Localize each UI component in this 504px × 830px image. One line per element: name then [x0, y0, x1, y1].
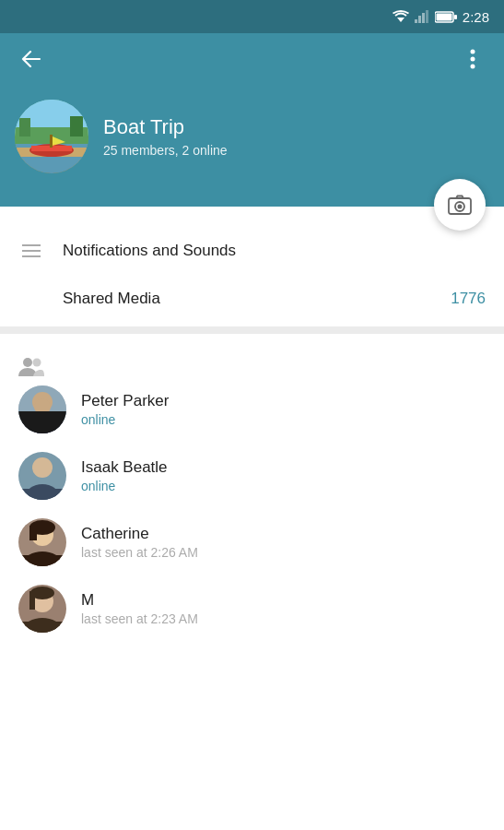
svg-rect-37	[29, 526, 37, 540]
camera-fab-button[interactable]	[434, 179, 486, 231]
svg-point-8	[471, 50, 475, 54]
group-avatar	[15, 100, 88, 173]
svg-marker-0	[397, 18, 404, 22]
member-item-peter[interactable]: Peter Parker online	[0, 376, 504, 443]
status-icons: 2:28	[393, 9, 489, 25]
member-avatar-peter	[18, 385, 66, 433]
group-name: Boat Trip	[103, 115, 228, 139]
svg-point-27	[32, 392, 53, 412]
member-avatar-m	[18, 585, 66, 633]
svg-point-10	[471, 65, 475, 69]
notifications-label: Notifications and Sounds	[63, 242, 486, 260]
svg-point-24	[23, 358, 32, 367]
svg-point-28	[26, 417, 59, 433]
svg-rect-2	[418, 16, 421, 23]
status-bar: 2:28	[0, 0, 504, 33]
battery-icon	[435, 11, 457, 23]
toolbar	[0, 33, 504, 85]
member-name-peter: Peter Parker	[81, 392, 486, 410]
member-item-m[interactable]: M last seen at 2:23 AM	[0, 575, 504, 642]
section-divider	[0, 326, 504, 334]
svg-point-9	[471, 57, 475, 62]
group-meta: 25 members, 2 online	[103, 143, 228, 158]
svg-rect-29	[18, 422, 66, 433]
group-avatar-image	[15, 100, 88, 173]
group-info: Boat Trip 25 members, 2 online	[103, 115, 228, 158]
member-status-catherine: last seen at 2:26 AM	[81, 545, 486, 560]
svg-rect-1	[415, 19, 417, 23]
svg-rect-43	[29, 591, 35, 610]
member-name-m: M	[81, 591, 486, 610]
members-section: Peter Parker online Isaak Beatle online	[0, 334, 504, 649]
member-status-m: last seen at 2:23 AM	[81, 611, 486, 626]
member-info-isaak: Isaak Beatle online	[81, 458, 486, 493]
member-item-catherine[interactable]: Catherine last seen at 2:26 AM	[0, 509, 504, 575]
member-avatar-isaak	[18, 452, 66, 500]
settings-section: Notifications and Sounds Shared Media 17…	[0, 216, 504, 323]
member-info-m: M last seen at 2:23 AM	[81, 591, 486, 626]
svg-rect-33	[18, 489, 66, 500]
svg-rect-19	[50, 135, 53, 148]
member-status-isaak: online	[81, 479, 486, 493]
member-avatar-catherine	[18, 518, 66, 566]
shared-media-item[interactable]: Shared Media 1776	[0, 275, 504, 323]
svg-point-23	[458, 205, 463, 209]
svg-point-31	[32, 457, 53, 478]
wifi-icon	[393, 10, 409, 23]
svg-rect-4	[426, 10, 428, 23]
svg-rect-39	[18, 555, 66, 566]
back-button[interactable]	[15, 42, 48, 76]
member-name-catherine: Catherine	[81, 525, 486, 543]
svg-rect-7	[436, 13, 451, 20]
svg-rect-13	[19, 118, 30, 136]
svg-rect-45	[18, 622, 66, 633]
group-header: Boat Trip 25 members, 2 online	[0, 85, 504, 207]
notifications-icon	[18, 244, 44, 257]
shared-media-count: 1776	[451, 290, 486, 308]
member-name-isaak: Isaak Beatle	[81, 458, 486, 477]
svg-point-25	[33, 359, 41, 367]
members-icon	[18, 356, 44, 376]
svg-rect-14	[70, 116, 83, 136]
member-info-catherine: Catherine last seen at 2:26 AM	[81, 525, 486, 560]
shared-media-label: Shared Media	[63, 290, 432, 308]
more-options-button[interactable]	[456, 42, 489, 76]
svg-rect-3	[422, 13, 425, 23]
member-item-isaak[interactable]: Isaak Beatle online	[0, 443, 504, 509]
status-time: 2:28	[463, 9, 489, 25]
camera-icon	[448, 195, 472, 215]
member-info-peter: Peter Parker online	[81, 392, 486, 427]
svg-rect-6	[454, 15, 457, 19]
members-section-header	[0, 341, 504, 376]
member-status-peter: online	[81, 412, 486, 427]
notifications-sounds-item[interactable]: Notifications and Sounds	[0, 227, 504, 275]
signal-icon	[415, 10, 429, 23]
